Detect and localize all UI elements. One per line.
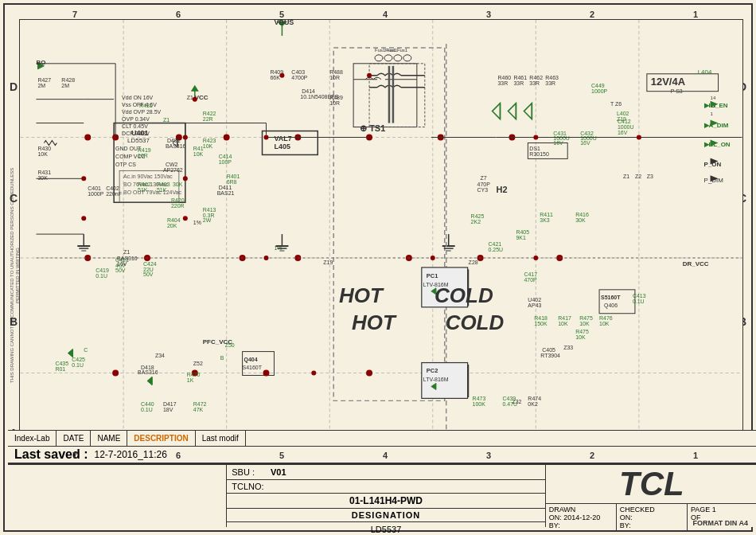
tclno-label: TCLNO:	[232, 482, 263, 491]
svg-text:R463: R463	[545, 75, 559, 80]
svg-text:D401: D401	[167, 138, 181, 143]
svg-point-309	[311, 371, 316, 376]
svg-text:10K: 10K	[203, 143, 213, 149]
svg-text:R427: R427	[37, 77, 51, 83]
svg-text:AP2762: AP2762	[163, 167, 183, 173]
svg-text:100P: 100P	[219, 159, 232, 165]
doc-number-row: 01-L141H4-PWD	[227, 494, 544, 509]
svg-text:66K: 66K	[270, 75, 280, 80]
last-saved-bar: Last saved : 12-7-2016_11:26	[8, 446, 756, 463]
svg-text:C435: C435	[55, 361, 68, 366]
svg-text:VBUS: VBUS	[274, 20, 294, 26]
svg-text:C402: C402	[106, 185, 119, 191]
svg-text:Q406: Q406	[604, 303, 618, 309]
svg-text:LD5537: LD5537	[127, 137, 150, 144]
svg-text:2W: 2W	[203, 217, 212, 223]
svg-point-238	[403, 55, 411, 61]
checked-label: CHECKED	[620, 506, 684, 514]
svg-text:14: 14	[711, 96, 716, 100]
svg-text:R402: R402	[138, 182, 151, 187]
svg-text:1000P: 1000P	[88, 191, 104, 197]
svg-text:R460: R460	[498, 75, 512, 80]
svg-text:10K: 10K	[599, 321, 610, 326]
svg-text:R405: R405	[516, 229, 529, 235]
svg-text:R461: R461	[513, 75, 527, 80]
svg-text:Z7: Z7	[481, 175, 487, 181]
svg-point-301	[637, 135, 641, 140]
svg-point-77	[263, 370, 270, 377]
svg-point-304	[183, 216, 188, 221]
col-1-top: 1	[693, 10, 698, 19]
svg-text:D417: D417	[163, 401, 177, 407]
svg-text:Vdd OVP  28.5V: Vdd OVP 28.5V	[122, 109, 161, 115]
svg-point-60	[84, 135, 91, 141]
svg-text:Z1: Z1	[163, 117, 170, 123]
svg-text:R462: R462	[529, 75, 543, 80]
svg-marker-320	[147, 377, 152, 385]
svg-text:16V: 16V	[580, 140, 590, 146]
svg-text:C425: C425	[72, 357, 85, 362]
svg-text:10K: 10K	[37, 151, 48, 157]
svg-text:2K2: 2K2	[471, 219, 481, 225]
tcl-logo: TCL	[546, 465, 756, 504]
svg-text:S4160T: S4160T	[243, 365, 263, 370]
svg-text:⊕ TS1: ⊕ TS1	[360, 123, 385, 133]
col-5-bottom: 5	[279, 451, 284, 460]
svg-marker-293	[191, 85, 199, 92]
svg-text:0.1U: 0.1U	[633, 299, 645, 304]
svg-text:220nF: 220nF	[106, 191, 122, 197]
svg-text:R30150: R30150	[529, 151, 549, 157]
svg-text:16V: 16V	[117, 261, 127, 267]
svg-text:10R: 10R	[329, 100, 340, 106]
svg-text:0.47U: 0.47U	[502, 401, 517, 407]
svg-text:R420: R420	[171, 197, 185, 203]
svg-text:51K: 51K	[138, 187, 148, 193]
svg-text:33R: 33R	[513, 80, 524, 86]
svg-text:100K: 100K	[473, 401, 486, 407]
format-label: FORMAT DIN A4	[693, 519, 749, 527]
svg-text:R418: R418	[534, 315, 548, 321]
drawn-date: 2014-12-20	[563, 514, 600, 521]
svg-text:OTP   CS: OTP CS	[115, 162, 136, 167]
drawn-label: DRAWN	[549, 506, 613, 514]
svg-point-296	[367, 73, 372, 78]
svg-text:C401: C401	[88, 185, 101, 191]
svg-text:C413: C413	[633, 293, 646, 299]
svg-marker-250	[508, 103, 516, 119]
svg-text:C405: C405	[542, 347, 555, 353]
svg-text:R431: R431	[37, 170, 51, 175]
svg-point-78	[366, 370, 372, 377]
svg-text:R419: R419	[138, 147, 151, 153]
svg-text:0.25U: 0.25U	[489, 247, 504, 252]
svg-text:BAS316: BAS316	[138, 369, 158, 375]
svg-text:R416: R416	[575, 212, 589, 217]
svg-text:220R: 220R	[171, 203, 185, 209]
svg-point-299	[264, 135, 269, 140]
svg-text:LTV-816M: LTV-816M	[423, 377, 449, 382]
row-d-left: D	[10, 80, 18, 93]
svg-text:BO OUT 79Vac  124Vac: BO OUT 79Vac 124Vac	[123, 189, 181, 195]
svg-text:T Z6: T Z6	[610, 101, 622, 107]
svg-text:51K: 51K	[157, 187, 167, 193]
designation-value-row: LD5537	[227, 522, 544, 535]
svg-text:Z33: Z33	[563, 345, 573, 350]
svg-text:Z19: Z19	[323, 260, 333, 265]
svg-text:Vdd  ON    16V: Vdd ON 16V	[122, 95, 153, 100]
svg-text:BAS21: BAS21	[217, 190, 235, 196]
svg-text:R430: R430	[37, 146, 51, 151]
svg-text:Fus1  Fus1: Fus1 Fus1	[385, 48, 408, 53]
svg-text:Z28: Z28	[469, 260, 478, 265]
svg-text:12V/4A: 12V/4A	[651, 76, 685, 88]
schematic-svg: VBUS U401 LD5537 GND OUT COMP VCC OTP CS…	[20, 20, 742, 488]
svg-text:Q404: Q404	[244, 357, 258, 363]
checked-by: BY:	[620, 521, 684, 529]
svg-text:C: C	[84, 347, 88, 353]
svg-text:C440: C440	[141, 401, 154, 407]
svg-text:10K: 10K	[575, 334, 586, 340]
svg-point-75	[112, 370, 119, 377]
schematic-drawing-area: VBUS U401 LD5537 GND OUT COMP VCC OTP CS…	[19, 19, 743, 489]
svg-text:R475: R475	[579, 315, 593, 321]
svg-marker-248	[493, 103, 501, 119]
col-4-top: 4	[383, 10, 388, 19]
svg-text:3K3: 3K3	[540, 217, 550, 223]
